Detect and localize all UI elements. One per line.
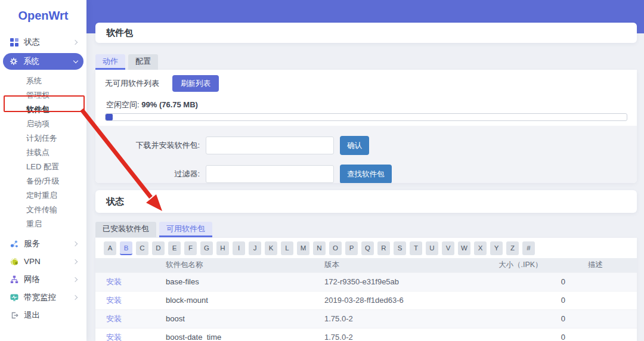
letter-filter[interactable]: Q (361, 241, 374, 255)
package-name: block-mount (162, 291, 312, 309)
submenu-item-admin[interactable]: 管理权 (0, 88, 86, 103)
services-icon (10, 239, 18, 248)
action-panel: 无可用软件列表 刷新列表 空闲空间: 99% (76.75 MB) 下载并安装软… (95, 70, 637, 183)
col-action (95, 258, 162, 272)
refresh-list-button[interactable]: 刷新列表 (172, 75, 219, 92)
status-section-card: 状态 (95, 190, 637, 213)
sidebar-item-vpn[interactable]: VPN (4, 253, 83, 270)
letter-filter[interactable]: R (377, 241, 390, 255)
no-list-text: 无可用软件列表 (105, 78, 159, 89)
package-name: boost-date_time (162, 328, 312, 341)
letter-filter[interactable]: N (313, 241, 326, 255)
sidebar-item-network[interactable]: 网络 (4, 271, 83, 288)
tab-config[interactable]: 配置 (128, 54, 158, 70)
package-size: 0 (499, 309, 572, 328)
package-size: 0 (499, 291, 572, 309)
download-install-label: 下载并安装软件包: (95, 140, 206, 151)
sidebar-item-logout[interactable]: 退出 (4, 306, 83, 324)
letter-filter[interactable]: I (233, 241, 245, 255)
tab-action[interactable]: 动作 (95, 54, 125, 70)
find-package-button[interactable]: 查找软件包 (340, 165, 392, 183)
package-version: 1.75.0-2 (312, 328, 499, 341)
letter-filter[interactable]: U (426, 241, 438, 255)
submenu-item-scheduled-reboot[interactable]: 定时重启 (0, 188, 86, 203)
sidebar-item-bandwidth[interactable]: 带宽监控 (4, 289, 83, 306)
package-name: boost (162, 309, 312, 328)
package-tabs: 已安装软件包 可用软件包 (95, 222, 212, 237)
letter-filter[interactable]: X (474, 241, 487, 255)
letter-filter[interactable]: O (329, 241, 342, 255)
confirm-button[interactable]: 确认 (340, 136, 369, 155)
table-row: 安装 base-files 172-r9350-e31f9e5ab 0 (95, 272, 637, 291)
letter-filter[interactable]: L (281, 241, 293, 255)
submenu-item-backup[interactable]: 备份/升级 (0, 174, 86, 188)
sidebar-item-label: 服务 (24, 238, 40, 249)
submenu-item-cron[interactable]: 计划任务 (0, 131, 86, 145)
sidebar-item-label: 系统 (23, 56, 39, 67)
letter-filter[interactable]: E (168, 241, 181, 255)
package-name: base-files (162, 272, 312, 291)
sidebar-item-label: VPN (24, 257, 41, 266)
install-link[interactable]: 安装 (95, 291, 162, 309)
download-install-input[interactable] (206, 137, 334, 154)
letter-filter[interactable]: # (522, 241, 535, 255)
letter-filter[interactable]: K (265, 241, 277, 255)
letter-filter[interactable]: Z (506, 241, 519, 255)
action-tabs: 动作 配置 (95, 54, 158, 70)
letter-filter[interactable]: G (200, 241, 213, 255)
filter-input[interactable] (206, 165, 334, 183)
letter-filter[interactable]: D (152, 241, 165, 255)
disk-usage-progressbar (105, 113, 627, 121)
chevron-right-icon (73, 259, 78, 264)
table-row: 安装 boost-date_time 1.75.0-2 0 (95, 328, 637, 341)
package-version: 1.75.0-2 (312, 309, 499, 328)
letter-filter[interactable]: S (394, 241, 406, 255)
package-version: 2019-03-28-ff1ded63-6 (312, 291, 499, 309)
system-submenu: 系统 管理权 软件包 启动项 计划任务 挂载点 LED 配置 备份/升级 定时重… (0, 74, 86, 231)
page-title-card: 软件包 (95, 23, 637, 43)
sidebar-item-system[interactable]: 系统 (3, 53, 83, 70)
letter-filter[interactable]: F (184, 241, 197, 255)
install-link[interactable]: 安装 (95, 272, 162, 291)
letter-filter[interactable]: Y (490, 241, 503, 255)
submenu-item-reboot[interactable]: 重启 (0, 217, 86, 231)
table-row: 安装 boost 1.75.0-2 0 (95, 309, 637, 328)
disk-usage-fill (106, 114, 113, 120)
sidebar-bottom-nav: 服务 VPN 网络 带宽监控 退 (0, 235, 86, 324)
letter-filter[interactable]: P (345, 241, 358, 255)
letter-filter-active[interactable]: B (120, 241, 132, 255)
install-link[interactable]: 安装 (95, 309, 162, 328)
package-table: 软件包名称 版本 大小（.IPK） 描述 安装 base-files 172-r… (95, 258, 637, 341)
letter-filter[interactable]: J (249, 241, 261, 255)
package-list-section: 无可用软件列表 刷新列表 空闲空间: 99% (76.75 MB) (95, 70, 637, 126)
submenu-item-file-transfer[interactable]: 文件传输 (0, 203, 86, 217)
tab-installed-packages[interactable]: 已安装软件包 (95, 222, 156, 237)
sidebar-item-label: 带宽监控 (24, 292, 56, 303)
submenu-item-led[interactable]: LED 配置 (0, 160, 86, 174)
logout-icon (10, 311, 18, 320)
letter-filter[interactable]: M (297, 241, 309, 255)
letter-filter[interactable]: H (216, 241, 229, 255)
submenu-item-packages[interactable]: 软件包 (0, 103, 86, 117)
free-space-value: 99% (76.75 MB) (141, 100, 198, 109)
sidebar-item-status[interactable]: 状态 (4, 34, 83, 50)
letter-filter[interactable]: W (458, 241, 470, 255)
col-description: 描述 (572, 258, 637, 272)
sidebar-item-services[interactable]: 服务 (4, 235, 83, 252)
package-desc (572, 291, 637, 309)
letter-filter[interactable]: C (136, 241, 148, 255)
install-link[interactable]: 安装 (95, 328, 162, 341)
letter-filter[interactable]: V (442, 241, 454, 255)
chevron-right-icon (73, 294, 78, 299)
submenu-item-startup[interactable]: 启动项 (0, 117, 86, 131)
free-space-line: 空闲空间: 99% (76.75 MB) (106, 100, 626, 110)
letter-filter[interactable]: A (104, 241, 116, 255)
submenu-item-mounts[interactable]: 挂载点 (0, 145, 86, 160)
col-version: 版本 (312, 258, 499, 272)
tab-available-packages[interactable]: 可用软件包 (159, 222, 212, 237)
col-package-name: 软件包名称 (162, 258, 312, 272)
letter-filter[interactable]: T (410, 241, 422, 255)
submenu-item-system[interactable]: 系统 (0, 74, 86, 88)
col-size: 大小（.IPK） (499, 258, 572, 272)
package-table-panel: A B C D E F G H I J K L M N O P Q R S T … (95, 238, 637, 341)
